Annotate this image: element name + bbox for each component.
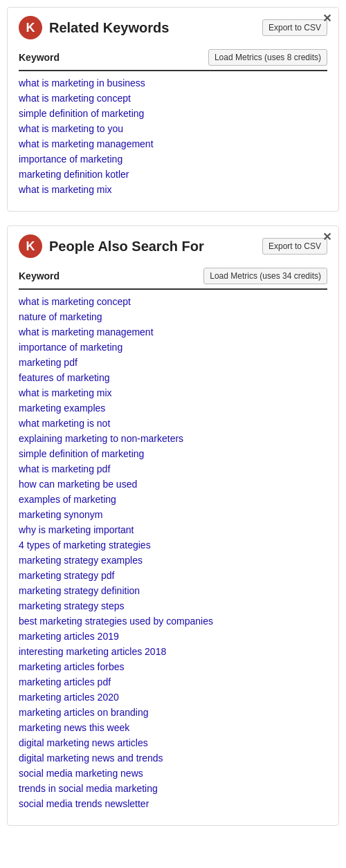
keyword-link[interactable]: what marketing is not <box>19 418 110 429</box>
list-item: simple definition of marketing <box>19 106 327 121</box>
keyword-link[interactable]: social media marketing news <box>19 768 143 779</box>
list-item: marketing strategy examples <box>19 553 327 568</box>
keyword-link[interactable]: marketing articles 2020 <box>19 692 119 703</box>
keyword-link[interactable]: nature of marketing <box>19 311 102 322</box>
keyword-link[interactable]: marketing strategy steps <box>19 600 125 611</box>
list-item: simple definition of marketing <box>19 446 327 461</box>
keyword-column-header-related: Keyword <box>19 52 60 63</box>
load-metrics-button-people[interactable]: Load Metrics (uses 34 credits) <box>203 268 327 284</box>
keyword-link[interactable]: what is marketing pdf <box>19 463 110 474</box>
keyword-link[interactable]: features of marketing <box>19 372 110 383</box>
list-item: marketing articles 2019 <box>19 629 327 644</box>
list-item: digital marketing news and trends <box>19 750 327 766</box>
export-csv-button-related[interactable]: Export to CSV <box>262 19 327 36</box>
list-item: marketing articles forbes <box>19 659 327 674</box>
keyword-link[interactable]: what is marketing concept <box>19 93 131 104</box>
list-item: marketing articles on branding <box>19 705 327 720</box>
keyword-link[interactable]: interesting marketing articles 2018 <box>19 646 166 657</box>
load-metrics-button-related[interactable]: Load Metrics (uses 8 credits) <box>208 49 327 66</box>
related-keywords-panel: ✕ K Related Keywords Export to CSV Keywo… <box>7 7 339 212</box>
keyword-link[interactable]: marketing strategy pdf <box>19 570 115 581</box>
keyword-link[interactable]: digital marketing news articles <box>19 737 148 748</box>
keyword-list-people: what is marketing concept nature of mark… <box>19 294 327 811</box>
keyword-link[interactable]: marketing strategy definition <box>19 585 140 596</box>
list-item: examples of marketing <box>19 492 327 507</box>
k-logo-related: K <box>19 16 42 39</box>
keyword-link[interactable]: marketing strategy examples <box>19 555 143 566</box>
list-item: importance of marketing <box>19 340 327 355</box>
list-item: what is marketing concept <box>19 91 327 106</box>
list-item: what is marketing management <box>19 136 327 151</box>
list-item: marketing articles 2020 <box>19 690 327 705</box>
keyword-link[interactable]: 4 types of marketing strategies <box>19 539 151 551</box>
keyword-link[interactable]: explaining marketing to non-marketers <box>19 433 183 444</box>
title-group-related: K Related Keywords <box>19 16 169 39</box>
list-item: social media marketing news <box>19 766 327 781</box>
keyword-link[interactable]: importance of marketing <box>19 154 122 165</box>
keyword-link[interactable]: what is marketing management <box>19 326 154 338</box>
list-item: what is marketing pdf <box>19 461 327 477</box>
close-button-people[interactable]: ✕ <box>322 232 331 243</box>
keyword-link[interactable]: importance of marketing <box>19 342 122 353</box>
list-item: marketing pdf <box>19 355 327 370</box>
keyword-link[interactable]: why is marketing important <box>19 524 134 535</box>
keyword-link[interactable]: what is marketing mix <box>19 387 112 398</box>
table-header-related: Keyword Load Metrics (uses 8 credits) <box>19 49 327 71</box>
keyword-link[interactable]: what is marketing in business <box>19 77 145 89</box>
list-item: nature of marketing <box>19 309 327 324</box>
keyword-link[interactable]: social media trends newsletter <box>19 798 149 809</box>
keyword-link[interactable]: simple definition of marketing <box>19 108 144 119</box>
keyword-link[interactable]: what is marketing management <box>19 138 154 149</box>
keyword-link[interactable]: how can marketing be used <box>19 479 137 490</box>
panel-title-people: People Also Search For <box>49 239 204 255</box>
list-item: marketing strategy steps <box>19 598 327 613</box>
k-logo-people: K <box>19 234 42 258</box>
keyword-link[interactable]: simple definition of marketing <box>19 448 144 459</box>
list-item: marketing strategy pdf <box>19 568 327 583</box>
keyword-link[interactable]: examples of marketing <box>19 494 116 505</box>
list-item: importance of marketing <box>19 151 327 167</box>
list-item: explaining marketing to non-marketers <box>19 431 327 446</box>
list-item: what is marketing to you <box>19 121 327 136</box>
list-item: marketing synonym <box>19 507 327 522</box>
keyword-link[interactable]: what is marketing concept <box>19 296 131 307</box>
keyword-link[interactable]: marketing examples <box>19 403 105 414</box>
list-item: digital marketing news articles <box>19 735 327 750</box>
panel-header-people: K People Also Search For Export to CSV <box>19 234 327 258</box>
keyword-link[interactable]: marketing definition kotler <box>19 169 129 180</box>
list-item: trends in social media marketing <box>19 781 327 796</box>
close-button-related[interactable]: ✕ <box>322 13 331 24</box>
keyword-link[interactable]: marketing articles pdf <box>19 676 111 687</box>
keyword-link[interactable]: what is marketing to you <box>19 123 123 134</box>
keyword-link[interactable]: trends in social media marketing <box>19 783 158 794</box>
export-csv-button-people[interactable]: Export to CSV <box>262 238 327 255</box>
keyword-link[interactable]: marketing articles forbes <box>19 661 125 672</box>
list-item: marketing strategy definition <box>19 583 327 598</box>
title-group-people: K People Also Search For <box>19 234 204 258</box>
keyword-link[interactable]: marketing pdf <box>19 357 78 368</box>
list-item: why is marketing important <box>19 522 327 537</box>
list-item: interesting marketing articles 2018 <box>19 644 327 659</box>
keyword-link[interactable]: best marketing strategies used by compan… <box>19 616 213 627</box>
keyword-link[interactable]: marketing synonym <box>19 509 102 520</box>
keyword-link[interactable]: marketing articles on branding <box>19 707 149 718</box>
list-item: how can marketing be used <box>19 477 327 492</box>
list-item: marketing articles pdf <box>19 674 327 690</box>
keyword-link[interactable]: what is marketing mix <box>19 184 112 195</box>
list-item: marketing examples <box>19 400 327 416</box>
panel-title-related: Related Keywords <box>49 20 169 36</box>
list-item: social media trends newsletter <box>19 796 327 811</box>
keyword-list-related: what is marketing in business what is ma… <box>19 75 327 197</box>
list-item: what is marketing mix <box>19 182 327 197</box>
list-item: what marketing is not <box>19 416 327 431</box>
list-item: what is marketing concept <box>19 294 327 309</box>
keyword-link[interactable]: digital marketing news and trends <box>19 752 163 764</box>
list-item: marketing definition kotler <box>19 167 327 182</box>
list-item: best marketing strategies used by compan… <box>19 613 327 629</box>
list-item: features of marketing <box>19 370 327 385</box>
panel-header-related: K Related Keywords Export to CSV <box>19 16 327 39</box>
keyword-link[interactable]: marketing articles 2019 <box>19 631 119 642</box>
table-header-people: Keyword Load Metrics (uses 34 credits) <box>19 268 327 290</box>
list-item: what is marketing management <box>19 324 327 340</box>
keyword-link[interactable]: marketing news this week <box>19 722 129 733</box>
